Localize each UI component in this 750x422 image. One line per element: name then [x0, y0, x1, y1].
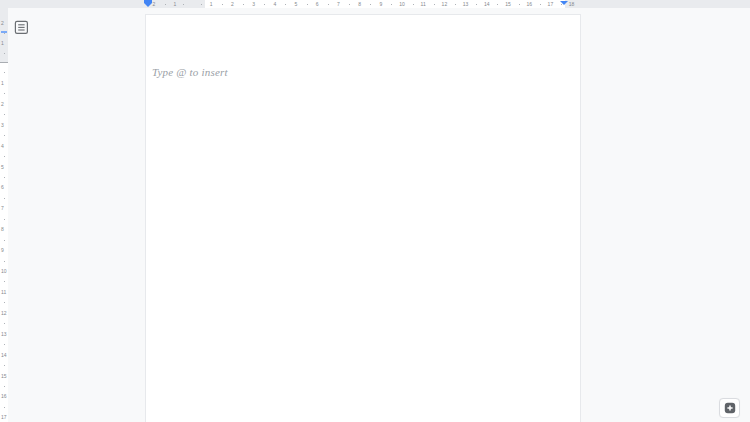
ruler-label: 3 [1, 122, 4, 127]
ruler-tick [4, 323, 5, 324]
ruler-label: 17 [1, 415, 7, 420]
ruler-tick [455, 4, 456, 5]
ruler-label: 16 [1, 394, 7, 399]
ruler-tick [4, 53, 5, 54]
corner-action-button[interactable] [719, 398, 740, 418]
ruler-tick [4, 114, 5, 115]
ruler-tick [4, 177, 5, 178]
ruler-label: 9 [1, 248, 4, 253]
ruler-tick [183, 4, 184, 5]
ruler-tick [370, 4, 371, 5]
ruler-label: 14 [1, 352, 7, 357]
ruler-label: 12 [1, 310, 7, 315]
ruler-tick [4, 135, 5, 136]
ruler-label: 2 [1, 21, 4, 26]
ruler-tick [165, 4, 166, 5]
ruler-label: 1 [1, 41, 4, 46]
document-outline-button[interactable] [12, 19, 30, 36]
ruler-tick [4, 281, 5, 282]
ruler-tick [434, 4, 435, 5]
ruler-tick [285, 4, 286, 5]
ruler-label: 18 [569, 0, 575, 8]
ruler-label: 15 [1, 373, 7, 378]
ruler-label: 6 [1, 185, 4, 190]
ruler-tick [4, 344, 5, 345]
document-outline-icon [14, 23, 29, 38]
ruler-tick [4, 219, 5, 220]
ruler-label: 13 [463, 0, 469, 8]
ruler-tick [201, 4, 202, 5]
ruler-label: 9 [379, 0, 382, 8]
ruler-label: 2 [153, 0, 156, 8]
left-indent-marker[interactable] [144, 0, 153, 8]
ruler-label: 13 [1, 331, 7, 336]
ruler-tick [476, 4, 477, 5]
ruler-label: 11 [1, 289, 6, 294]
vertical-ruler-marker [1, 31, 7, 33]
ruler-label: 5 [295, 0, 298, 8]
ruler-tick [243, 4, 244, 5]
ruler-tick [328, 4, 329, 5]
ruler-tick [4, 261, 5, 262]
ruler-tick [264, 4, 265, 5]
ruler-label: 7 [1, 206, 4, 211]
left-indent-triangle-icon [144, 3, 152, 7]
ruler-label: 3 [252, 0, 255, 8]
ruler-label: 8 [358, 0, 361, 8]
ruler-tick [4, 33, 5, 34]
ruler-label: 1 [174, 0, 177, 8]
ruler-tick [4, 240, 5, 241]
ruler-label: 1 [210, 0, 213, 8]
ruler-tick [4, 198, 5, 199]
ruler-label: 11 [421, 0, 426, 8]
ruler-tick [4, 93, 5, 94]
ruler-tick [4, 407, 5, 408]
right-indent-marker[interactable] [560, 1, 568, 5]
horizontal-ruler[interactable]: 21123456789101112131415161718 [0, 0, 750, 8]
ruler-label: 4 [273, 0, 276, 8]
ruler-tick [391, 4, 392, 5]
ruler-tick [4, 386, 5, 387]
ruler-label: 2 [231, 0, 234, 8]
ruler-tick [519, 4, 520, 5]
ruler-tick [222, 4, 223, 5]
ruler-tick [349, 4, 350, 5]
ruler-tick [4, 156, 5, 157]
ruler-label: 17 [548, 0, 554, 8]
plus-square-icon [724, 402, 736, 414]
ruler-tick [307, 4, 308, 5]
insert-placeholder[interactable]: Type @ to insert [152, 66, 228, 78]
ruler-label: 12 [442, 0, 448, 8]
ruler-tick [4, 302, 5, 303]
ruler-label: 8 [1, 227, 4, 232]
ruler-tick [4, 72, 5, 73]
ruler-tick [540, 4, 541, 5]
ruler-label: 10 [1, 269, 7, 274]
ruler-label: 5 [1, 164, 4, 169]
vertical-ruler-active-zone [0, 62, 8, 422]
ruler-label: 6 [316, 0, 319, 8]
ruler-label: 4 [1, 143, 4, 148]
ruler-tick [4, 365, 5, 366]
document-page[interactable]: Type @ to insert [145, 14, 581, 422]
ruler-label: 10 [399, 0, 405, 8]
right-indent-triangle-icon [560, 1, 568, 5]
ruler-tick [497, 4, 498, 5]
ruler-label: 16 [526, 0, 532, 8]
ruler-label: 2 [1, 101, 4, 106]
ruler-tick [413, 4, 414, 5]
ruler-label: 15 [505, 0, 511, 8]
vertical-ruler[interactable]: 211234567891011121314151617 [0, 8, 8, 422]
ruler-label: 14 [484, 0, 490, 8]
ruler-label: 7 [337, 0, 340, 8]
ruler-label: 1 [1, 80, 4, 85]
